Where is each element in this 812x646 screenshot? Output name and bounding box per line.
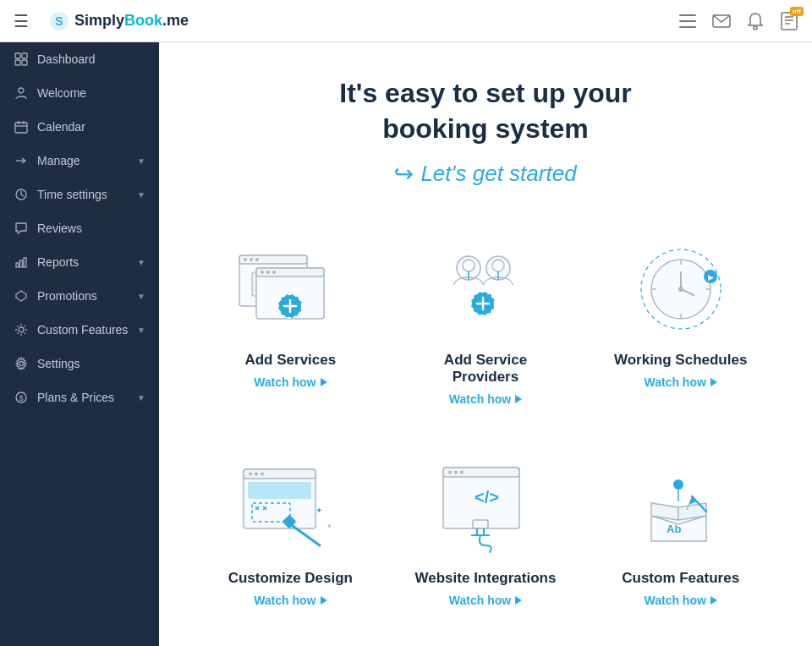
logo-text: SimplyBook.me xyxy=(74,12,189,30)
promotions-icon xyxy=(14,288,29,304)
svg-point-81 xyxy=(448,471,452,474)
svg-text:$: $ xyxy=(19,394,23,402)
svg-rect-13 xyxy=(15,60,20,65)
svg-rect-14 xyxy=(22,60,27,65)
svg-rect-22 xyxy=(16,263,19,267)
sidebar-item-promotions[interactable]: Promotions ▼ xyxy=(0,279,159,313)
time-settings-arrow: ▼ xyxy=(137,190,145,200)
svg-point-26 xyxy=(19,362,24,366)
reports-icon xyxy=(14,255,29,270)
svg-point-89 xyxy=(673,479,683,490)
add-services-watch[interactable]: Watch how xyxy=(254,375,326,389)
logo: S SimplyBook.me xyxy=(49,11,189,31)
svg-rect-16 xyxy=(15,123,27,133)
custom-features-watch[interactable]: Watch how xyxy=(644,594,716,607)
svg-text:✦: ✦ xyxy=(315,506,322,515)
card-website-integrations: </> Website Integrations Watch how xyxy=(405,440,567,616)
card-custom-features: Ab Custom Features Watch how xyxy=(600,440,761,616)
manage-icon xyxy=(14,153,29,168)
email-icon[interactable] xyxy=(712,12,731,30)
sidebar-welcome-label: Welcome xyxy=(37,86,145,100)
reviews-icon xyxy=(14,221,29,236)
add-services-illustration xyxy=(231,238,349,340)
sidebar-item-settings[interactable]: Settings xyxy=(0,347,159,380)
card-working-schedules: ▶ Working Schedules Watch how xyxy=(600,222,761,414)
add-providers-title: Add Service Providers xyxy=(414,352,558,386)
sidebar-calendar-label: Calendar xyxy=(37,120,145,134)
website-integrations-title: Website Integrations xyxy=(415,570,557,587)
customize-design-illustration: ✦ ✦ xyxy=(231,457,349,558)
svg-point-32 xyxy=(250,258,253,261)
svg-point-6 xyxy=(754,26,757,30)
sidebar-custom-features-label: Custom Features xyxy=(37,323,129,337)
svg-text:▶: ▶ xyxy=(707,273,713,282)
news-icon[interactable]: off xyxy=(780,12,798,30)
svg-point-67 xyxy=(255,473,258,476)
svg-text:S: S xyxy=(55,14,63,28)
time-settings-icon xyxy=(14,187,29,202)
card-add-providers: Add Service Providers Watch how xyxy=(405,222,567,414)
sidebar-item-reviews[interactable]: Reviews xyxy=(0,211,159,245)
svg-point-57 xyxy=(678,287,683,292)
calendar-icon xyxy=(14,119,29,134)
reports-arrow: ▼ xyxy=(137,258,145,267)
sidebar-reports-label: Reports xyxy=(37,255,129,269)
svg-point-39 xyxy=(266,271,270,274)
svg-point-66 xyxy=(249,473,252,476)
svg-point-15 xyxy=(19,88,24,93)
add-providers-watch[interactable]: Watch how xyxy=(449,392,522,406)
working-schedules-watch[interactable]: Watch how xyxy=(644,375,716,389)
custom-features-illustration: Ab xyxy=(622,457,740,558)
play-icon xyxy=(321,378,327,386)
sidebar: Dashboard Welcome Calendar Manage ▼ xyxy=(0,42,159,646)
svg-text:✦: ✦ xyxy=(326,523,332,530)
svg-text:Ab: Ab xyxy=(667,523,681,535)
svg-rect-24 xyxy=(24,258,26,267)
svg-rect-69 xyxy=(248,482,311,499)
news-badge: off xyxy=(790,7,804,17)
svg-rect-3 xyxy=(679,20,696,22)
sidebar-item-welcome[interactable]: Welcome xyxy=(0,76,159,110)
sidebar-item-manage[interactable]: Manage ▼ xyxy=(0,144,159,178)
working-schedules-title: Working Schedules xyxy=(614,352,747,369)
svg-point-40 xyxy=(272,271,276,274)
logo-icon: S xyxy=(49,11,69,31)
custom-features-icon xyxy=(14,322,29,337)
lets-started-text: Let's get started xyxy=(420,161,576,187)
content-area: It's easy to set up your booking system … xyxy=(159,42,812,646)
svg-point-31 xyxy=(244,258,247,261)
website-integrations-watch[interactable]: Watch how xyxy=(449,594,522,607)
svg-point-25 xyxy=(19,327,24,332)
sidebar-item-reports[interactable]: Reports ▼ xyxy=(0,245,159,279)
hamburger-menu[interactable]: ☰ xyxy=(14,11,29,31)
svg-rect-12 xyxy=(22,53,27,58)
svg-point-38 xyxy=(261,271,264,274)
manage-arrow: ▼ xyxy=(137,156,145,166)
card-add-services: Add Services Watch how xyxy=(210,222,371,414)
svg-rect-11 xyxy=(15,53,20,58)
welcome-icon xyxy=(14,85,29,101)
sidebar-manage-label: Manage xyxy=(37,154,129,167)
settings-icon xyxy=(14,356,29,371)
sidebar-item-dashboard[interactable]: Dashboard xyxy=(0,42,159,76)
svg-rect-65 xyxy=(244,469,315,479)
curve-arrow-icon: ↩ xyxy=(394,160,414,188)
bell-icon[interactable] xyxy=(746,12,765,30)
promotions-arrow: ▼ xyxy=(137,292,145,301)
play-icon-5 xyxy=(515,596,522,605)
sidebar-item-plans-prices[interactable]: $ Plans & Prices ▼ xyxy=(0,380,159,414)
sidebar-item-calendar[interactable]: Calendar xyxy=(0,110,159,144)
add-providers-illustration xyxy=(426,238,545,340)
customize-design-watch[interactable]: Watch how xyxy=(254,594,326,607)
sidebar-item-custom-features[interactable]: Custom Features ▼ xyxy=(0,313,159,347)
sidebar-settings-label: Settings xyxy=(37,357,145,370)
menu-lines-icon[interactable] xyxy=(678,12,697,30)
play-icon-3 xyxy=(710,378,717,386)
play-icon-2 xyxy=(515,395,522,403)
play-icon-6 xyxy=(710,596,717,605)
sidebar-promotions-label: Promotions xyxy=(37,289,129,303)
dashboard-icon xyxy=(14,52,29,67)
sidebar-plans-prices-label: Plans & Prices xyxy=(37,391,129,404)
topbar: ☰ S SimplyBook.me off xyxy=(0,0,812,42)
sidebar-item-time-settings[interactable]: Time settings ▼ xyxy=(0,178,159,211)
